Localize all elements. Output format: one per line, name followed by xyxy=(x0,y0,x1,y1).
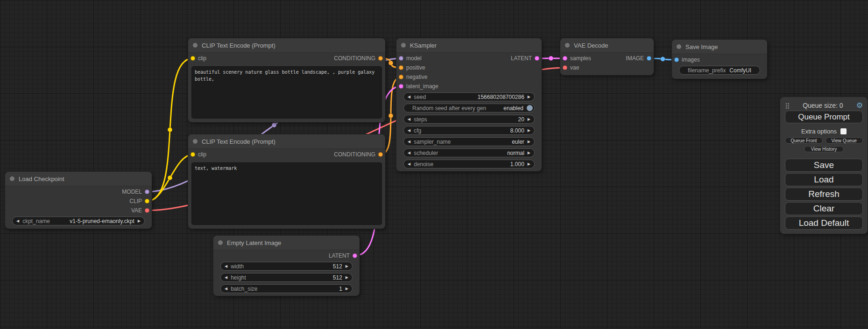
widget-label: cfg xyxy=(414,127,421,134)
decrement-arrow-icon[interactable]: ◀ xyxy=(225,276,227,280)
widget-scheduler[interactable]: ◀schedulernormal▶ xyxy=(403,148,535,157)
extra-options-label: Extra options xyxy=(801,128,837,135)
decrement-arrow-icon[interactable]: ◀ xyxy=(16,219,19,223)
queue-prompt-button[interactable]: Queue Prompt xyxy=(785,111,863,123)
widget-sampler_name[interactable]: ◀sampler_nameeuler▶ xyxy=(403,137,535,146)
increment-arrow-icon[interactable]: ▶ xyxy=(346,265,348,268)
prompt-textarea[interactable]: beautiful scenery nature glass bottle la… xyxy=(192,67,381,118)
input-port-latent_image[interactable] xyxy=(399,84,403,89)
output-port-CLIP[interactable] xyxy=(145,199,149,203)
input-port-label: samples xyxy=(570,55,591,62)
input-port-positive[interactable] xyxy=(399,65,403,70)
wire-midpoint-dot xyxy=(388,61,393,65)
collapse-dot-icon[interactable] xyxy=(565,43,570,48)
collapse-dot-icon[interactable] xyxy=(193,43,198,48)
queue-small-buttons: Queue Front View Queue xyxy=(785,137,863,144)
collapse-dot-icon[interactable] xyxy=(401,43,406,48)
output-port-CONDITIONING[interactable] xyxy=(378,152,383,157)
input-port-samples[interactable] xyxy=(563,56,567,61)
decrement-arrow-icon[interactable]: ◀ xyxy=(408,140,410,144)
increment-arrow-icon[interactable]: ▶ xyxy=(528,95,530,99)
widget-ckpt_name[interactable]: ◀ckpt_namev1-5-pruned-emaonly.ckpt▶ xyxy=(12,217,145,225)
widget-denoise[interactable]: ◀denoise1.000▶ xyxy=(403,160,535,168)
collapse-dot-icon[interactable] xyxy=(193,139,198,144)
widget-batch_size[interactable]: ◀batch_size1▶ xyxy=(220,284,353,293)
clear-button[interactable]: Clear xyxy=(785,202,863,215)
node-empty-latent[interactable]: Empty Latent ImageLATENT◀width512▶◀heigh… xyxy=(213,236,360,296)
node-save-image[interactable]: Save Imageimagesfilename_prefixComfyUI xyxy=(672,40,767,79)
view-history-button[interactable]: View History xyxy=(804,146,844,152)
output-port-LATENT[interactable] xyxy=(535,56,539,61)
input-port-clip[interactable] xyxy=(191,152,195,157)
node-clip-encode-positive[interactable]: CLIP Text Encode (Prompt)clipCONDITIONIN… xyxy=(188,38,385,122)
queue-front-button[interactable]: Queue Front xyxy=(785,137,823,144)
widget-width[interactable]: ◀width512▶ xyxy=(220,262,353,271)
increment-arrow-icon[interactable]: ▶ xyxy=(528,151,530,155)
widget-filename_prefix[interactable]: filename_prefixComfyUI xyxy=(679,66,760,75)
widget-random-seed-after-every-gen[interactable]: Random seed after every genenabled xyxy=(403,104,535,112)
port-row: negative xyxy=(396,72,542,82)
wire-midpoint-dot xyxy=(549,56,553,61)
input-port-images[interactable] xyxy=(674,57,679,62)
extra-options-checkbox[interactable] xyxy=(840,128,847,134)
output-port-LATENT[interactable] xyxy=(353,253,357,258)
node-canvas[interactable]: Load CheckpointMODELCLIPVAE◀ckpt_namev1-… xyxy=(0,0,868,329)
decrement-arrow-icon[interactable]: ◀ xyxy=(408,118,410,121)
widget-steps[interactable]: ◀steps20▶ xyxy=(403,115,535,124)
save-button[interactable]: Save xyxy=(785,159,863,172)
output-port-VAE[interactable] xyxy=(145,208,149,213)
decrement-arrow-icon[interactable]: ◀ xyxy=(408,151,410,155)
settings-gear-icon[interactable]: ⚙ xyxy=(856,102,863,109)
toggle-knob-icon[interactable] xyxy=(527,105,533,111)
load-default-button[interactable]: Load Default xyxy=(785,217,863,230)
decrement-arrow-icon[interactable]: ◀ xyxy=(225,265,227,268)
node-clip-encode-negative[interactable]: CLIP Text Encode (Prompt)clipCONDITIONIN… xyxy=(188,134,385,229)
increment-arrow-icon[interactable]: ▶ xyxy=(528,129,530,133)
input-port-clip[interactable] xyxy=(191,56,195,61)
node-ksampler[interactable]: KSamplermodelLATENTpositivenegativelaten… xyxy=(396,38,542,171)
port-row: LATENT xyxy=(213,251,360,260)
widget-cfg[interactable]: ◀cfg8.000▶ xyxy=(403,126,535,135)
widget-value: 156680208700286 xyxy=(478,94,524,100)
output-port-MODEL[interactable] xyxy=(145,189,149,194)
node-title-label: Load Checkpoint xyxy=(19,175,64,182)
prompt-textarea[interactable]: text, watermark xyxy=(192,163,381,224)
queue-panel: Queue size: 0 ⚙ Queue Prompt Extra optio… xyxy=(780,97,868,234)
input-port-label: latent_image xyxy=(406,83,438,90)
input-port-vae[interactable] xyxy=(563,65,567,70)
increment-arrow-icon[interactable]: ▶ xyxy=(528,162,530,166)
decrement-arrow-icon[interactable]: ◀ xyxy=(408,162,410,166)
decrement-arrow-icon[interactable]: ◀ xyxy=(408,129,410,133)
load-button[interactable]: Load xyxy=(785,173,863,186)
increment-arrow-icon[interactable]: ▶ xyxy=(138,219,141,223)
increment-arrow-icon[interactable]: ▶ xyxy=(528,118,530,121)
node-load-checkpoint[interactable]: Load CheckpointMODELCLIPVAE◀ckpt_namev1-… xyxy=(5,172,152,229)
collapse-dot-icon[interactable] xyxy=(677,44,681,49)
port-row: MODEL xyxy=(5,187,152,196)
widget-label: seed xyxy=(414,94,426,100)
node-title-bar: KSampler xyxy=(396,38,542,53)
port-row: latent_image xyxy=(396,82,542,91)
output-port-CONDITIONING[interactable] xyxy=(378,56,383,61)
increment-arrow-icon[interactable]: ▶ xyxy=(346,287,348,291)
decrement-arrow-icon[interactable]: ◀ xyxy=(225,287,227,291)
widget-height[interactable]: ◀height512▶ xyxy=(220,273,353,282)
collapse-dot-icon[interactable] xyxy=(10,176,14,181)
input-port-label: vae xyxy=(570,64,579,71)
collapse-dot-icon[interactable] xyxy=(218,240,223,245)
input-port-model[interactable] xyxy=(399,56,403,61)
node-vae-decode[interactable]: VAE DecodesamplesIMAGEvae xyxy=(560,38,654,75)
node-title-bar: CLIP Text Encode (Prompt) xyxy=(188,134,385,149)
input-port-negative[interactable] xyxy=(399,75,403,79)
output-port-IMAGE[interactable] xyxy=(647,56,651,61)
drag-handle-icon[interactable] xyxy=(785,103,790,109)
input-port-label: clip xyxy=(198,151,206,158)
increment-arrow-icon[interactable]: ▶ xyxy=(528,140,530,144)
widget-label: filename_prefix xyxy=(688,67,726,74)
increment-arrow-icon[interactable]: ▶ xyxy=(346,276,348,280)
refresh-button[interactable]: Refresh xyxy=(785,188,863,201)
widget-seed[interactable]: ◀seed156680208700286▶ xyxy=(403,92,535,101)
widget-label: denoise xyxy=(414,161,433,168)
view-queue-button[interactable]: View Queue xyxy=(826,137,863,144)
decrement-arrow-icon[interactable]: ◀ xyxy=(408,95,410,99)
